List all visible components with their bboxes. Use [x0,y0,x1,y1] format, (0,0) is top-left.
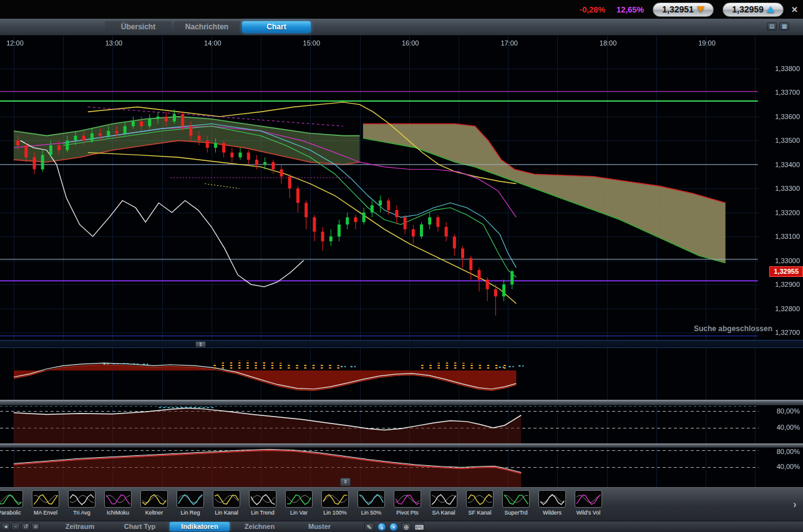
draw-pencil-icon[interactable]: ✎ [364,523,374,531]
price-axis-label: 1,33700 [775,89,800,96]
tab-chart[interactable]: Chart [242,21,311,33]
indicator-button-pivot-pts[interactable]: Pivot Pts [389,488,426,516]
reset-view-icon[interactable]: ↺ [21,523,30,531]
indicator-panel-oscillator2: 80,00% 40,00% [0,448,803,487]
pan-left-icon[interactable]: ◄ [1,523,10,531]
indicator-button-label: Wilders [543,510,562,516]
oscillator1-upper-level-label: 80,00% [777,407,800,415]
chart-tool-icons: ✎▲▼⊕⌨ [364,523,424,531]
price-axis-label: 1,33500 [775,137,800,144]
indicator-preview-icon [538,490,566,508]
crosshair-icon[interactable]: ⊕ [401,523,411,531]
keyboard-icon[interactable]: ⌨ [414,523,424,531]
indicator-preview-icon [0,490,23,508]
indicator-preview-icon [575,490,602,508]
change-percent-secondary: 12,65% [616,5,644,14]
indicator-button-sa-kanal[interactable]: SA Kanal [426,488,462,516]
indicator-button-label: Lin Reg [180,510,200,516]
toolbar-collapse-handle[interactable]: ⇕ [340,478,351,486]
indicator-button-label: Parabolic [0,510,21,516]
indicator-button-label: SuperTrd [504,510,527,516]
main-chart-area: 1,32955 Suche abgeschlossen 12:0013:0014… [0,36,803,340]
indicator-button-lin-trend[interactable]: Lin Trend [245,488,281,516]
indicator-button-sf-kanal[interactable]: SF Kanal [462,488,498,516]
chart-view-controls: ◄−↺⊘ [1,523,40,531]
indicator-button-wild-s-vol[interactable]: Wild's Vol [570,488,606,516]
price-axis-label: 1,33000 [775,257,800,264]
menu-item-zeitraum[interactable]: Zeitraum [50,522,110,531]
indicator-preview-icon [394,490,421,508]
indicator-button-lin-kanal[interactable]: Lin Kanal [208,488,245,516]
indicator-button-label: Tri Avg [73,510,90,516]
price-axis-label: 1,33300 [775,185,800,192]
indicator-panel-macd [0,348,803,400]
indicator-button-keltner[interactable]: Keltner [136,488,172,516]
price-axis-label: 1,33100 [775,233,800,240]
indicator-preview-icon [321,490,349,508]
price-axis-label: 1,33800 [775,65,800,72]
tab-übersicht[interactable]: Übersicht [105,21,172,33]
indicator-button-ichimoku[interactable]: IchiMoku [100,488,136,516]
menu-item-indikatoren[interactable]: Indikatoren [170,522,230,531]
indicator-button-supertrd[interactable]: SuperTrd [498,488,534,516]
indicator-preview-icon [502,490,530,508]
indicator-preview-icon [358,490,385,508]
price-axis-label: 1,33400 [775,161,800,168]
time-axis-label: 17:00 [499,39,520,47]
panel-separator [0,443,803,448]
indicator-button-lin-50-[interactable]: Lin 50% [353,488,389,516]
indicator-button-lin-var[interactable]: Lin Var [281,488,317,516]
layout-list-icon[interactable]: ▤ [767,22,777,31]
price-axis-label: 1,33600 [775,113,800,120]
scroll-up-icon[interactable]: ▲ [377,523,386,531]
indicator-button-label: Lin 50% [361,510,382,516]
ask-price: 1,32959 [732,4,764,14]
indicator-button-parabolic[interactable]: Parabolic [0,488,27,516]
zoom-out-icon[interactable]: − [11,523,20,531]
indicator-button-label: Pivot Pts [396,510,419,516]
indicator-button-lin-100-[interactable]: Lin 100% [317,488,353,516]
sell-price-button[interactable]: 1,32951 [653,2,714,17]
change-percent-negative: -0,28% [580,5,605,14]
menu-item-muster[interactable]: Muster [290,522,349,531]
indicator-preview-icon [177,490,204,508]
tab-nachrichten[interactable]: Nachrichten [173,21,240,33]
menu-item-zeichnen[interactable]: Zeichnen [230,522,290,531]
bottom-menu-bar: ◄−↺⊘ ZeitraumChart TypIndikatorenZeichne… [0,521,803,532]
buy-price-button[interactable]: 1,32959 [723,2,784,17]
indicator-button-ma-envel[interactable]: MA Envel [27,488,64,516]
oscillator2-panel-canvas[interactable] [0,448,803,487]
layout-grid-icon[interactable]: ▦ [779,22,789,31]
indicator-button-label: Keltner [145,510,163,516]
toolbar-scroll-right-icon[interactable]: › [789,496,801,513]
indicator-button-label: Lin Var [290,510,308,516]
divider-collapse-handle[interactable]: ⇕ [195,341,206,347]
macd-panel-canvas[interactable] [0,348,803,400]
scroll-down-icon[interactable]: ▼ [389,523,398,531]
time-axis-label: 14:00 [202,39,223,47]
indicator-preview-icon [68,490,95,508]
tab-bar-tabs: ÜbersichtNachrichtenChart [105,21,311,33]
indicator-button-label: SF Kanal [468,510,491,516]
top-bar: -0,28% 12,65% 1,32951 1,32959 ✕ [0,0,803,19]
oscillator1-panel-canvas[interactable] [0,405,803,443]
indicator-preview-icon [32,490,59,508]
indicator-preview-icon [213,490,240,508]
indicator-button-label: IchiMoku [107,510,129,516]
indicator-preview-icon [140,490,168,508]
search-status-text: Suche abgeschlossen [694,324,772,333]
indicator-button-tri-avg[interactable]: Tri Avg [64,488,100,516]
panel-separator [0,400,803,405]
price-axis-label: 1,32800 [775,305,800,312]
indicator-button-label: Lin 100% [323,510,347,516]
current-price-tag: 1,32955 [769,266,803,277]
indicator-button-label: MA Envel [34,510,57,516]
price-chart-canvas[interactable] [0,36,803,340]
indicator-button-lin-reg[interactable]: Lin Reg [172,488,208,516]
close-icon[interactable]: ✕ [791,5,798,14]
indicator-preview-icon [104,490,132,508]
menu-item-chart-typ[interactable]: Chart Typ [110,522,170,531]
oscillator2-lower-level-label: 40,00% [777,463,800,470]
disabled-mode-icon[interactable]: ⊘ [31,523,40,531]
indicator-button-wilders[interactable]: Wilders [534,488,570,516]
